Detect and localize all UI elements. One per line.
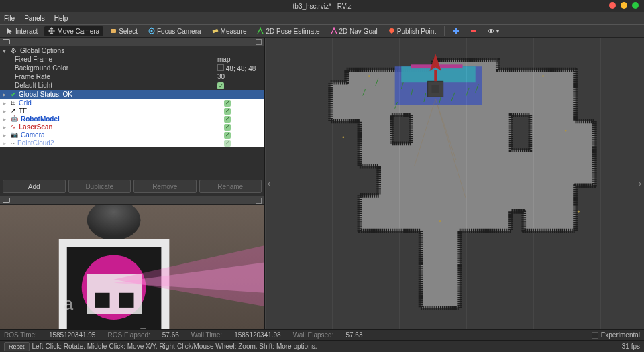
chevron-left-icon[interactable]: ‹ [268,179,270,188]
publish-point-icon [388,27,395,34]
eye-icon [488,27,494,34]
ros-elapsed-label: ROS Elapsed: [107,331,150,339]
select-icon [110,27,117,34]
window-title: tb3_hsc.rviz* - RViz [293,3,352,10]
viewport-nav-left: ‹ [268,179,270,188]
svg-text:a: a [64,294,74,314]
prop-default-light[interactable]: Default Light [0,81,264,90]
window-controls [609,2,639,9]
checkbox-checked-icon[interactable] [224,116,231,123]
rename-button[interactable]: Rename [199,180,262,193]
display-buttons: Add Duplicate Remove Rename [0,177,264,196]
collapse-icon[interactable]: ▾ [3,47,8,54]
displays-panel: ▾ ⚙ Global Options Fixed Frame map Backg… [0,38,264,196]
add-button[interactable]: Add [3,180,66,193]
tool-add-display[interactable] [449,26,464,36]
svg-rect-15 [95,293,110,308]
chevron-down-icon: ▾ [496,28,499,34]
checkbox-checked-icon[interactable] [224,100,231,107]
svg-rect-4 [212,29,218,33]
camera-panel-header[interactable] [0,196,264,205]
tool-measure[interactable]: Measure [208,26,251,36]
svg-text:_: _ [140,318,146,329]
close-window-button[interactable] [609,2,616,9]
wall-elapsed-value: 57.63 [345,331,362,339]
plus-icon [453,27,460,34]
tool-publish-point[interactable]: Publish Point [384,26,440,36]
display-item-laserscan[interactable]: ▸∿ LaserScan [0,123,264,131]
experimental-toggle[interactable]: Experimental [592,331,640,339]
minus-icon [470,27,477,34]
prop-fixed-frame[interactable]: Fixed Frame map [0,55,264,64]
prop-background-color[interactable]: Background Color 48; 48; 48 [0,64,264,72]
statusbar: ROS Time: 1585120341.95 ROS Elapsed: 57.… [0,329,644,340]
minimize-window-button[interactable] [621,2,627,9]
hint-text: Left-Click: Rotate. Middle-Click: Move X… [32,343,317,350]
remove-button[interactable]: Remove [133,180,197,193]
svg-rect-16 [119,293,134,308]
panel-icon [3,198,10,203]
tool-interact[interactable]: Interact [3,26,42,36]
svg-rect-1 [111,29,116,33]
panel-undock-icon[interactable] [256,39,262,45]
tool-2d-nav-goal[interactable]: 2D Nav Goal [327,26,382,36]
left-pane: ▾ ⚙ Global Options Fixed Frame map Backg… [0,38,265,329]
measure-icon [212,27,219,34]
toolbar: Interact Move Camera Select Focus Camera… [0,24,644,38]
tree-global-options[interactable]: ▾ ⚙ Global Options [0,46,264,55]
checkbox-unchecked-icon[interactable] [592,332,598,339]
tool-view-dropdown[interactable]: ▾ [484,26,503,36]
wall-time-label: Wall Time: [191,331,222,339]
tool-remove-display[interactable] [466,26,481,36]
pose-estimate-icon [257,27,264,34]
menu-file[interactable]: File [4,15,15,22]
checkbox-checked-icon[interactable] [224,132,231,139]
ros-time-value: 1585120341.95 [49,331,96,339]
menu-panels[interactable]: Panels [24,15,45,22]
titlebar: tb3_hsc.rviz* - RViz [0,0,644,12]
svg-point-7 [490,30,492,32]
panel-undock-icon[interactable] [256,198,262,204]
cursor-icon [7,27,13,34]
tree-global-status[interactable]: ▸ ✔ Global Status: OK [0,90,264,99]
expand-icon[interactable]: ▸ [3,91,8,98]
grid-background [265,38,644,329]
panel-icon [3,39,10,44]
tool-focus-camera[interactable]: Focus Camera [144,26,205,36]
property-tree[interactable]: ▾ ⚙ Global Options Fixed Frame map Backg… [0,46,264,99]
fps-value: 31 fps [622,343,640,350]
move-camera-icon [48,27,55,34]
display-item-camera[interactable]: ▸📷 Camera [0,131,264,139]
prop-frame-rate[interactable]: Frame Rate 30 [0,72,264,81]
wall-time-value: 1585120341.98 [234,331,281,339]
menubar: File Panels Help [0,12,644,24]
workspace: ▾ ⚙ Global Options Fixed Frame map Backg… [0,38,644,329]
displays-panel-header[interactable] [0,38,264,46]
checkbox-checked-icon[interactable] [224,140,231,147]
maximize-window-button[interactable] [632,2,639,9]
viewport-3d[interactable]: ‹ › [265,38,644,329]
svg-rect-5 [471,30,476,32]
display-item-grid[interactable]: ▸⊞ Grid [0,99,264,107]
tree-spacer [0,147,264,177]
tool-2d-pose-estimate[interactable]: 2D Pose Estimate [253,26,323,36]
display-item-tf[interactable]: ▸↗ TF [0,107,264,115]
tool-select[interactable]: Select [106,26,142,36]
nav-goal-icon [331,27,337,34]
menu-help[interactable]: Help [54,15,68,22]
tool-move-camera[interactable]: Move Camera [44,26,103,36]
checkbox-checked-icon[interactable] [217,82,224,89]
svg-point-3 [150,30,152,32]
ros-elapsed-value: 57.66 [162,331,179,339]
chevron-right-icon[interactable]: › [639,179,641,188]
checkbox-checked-icon[interactable] [224,124,231,131]
display-items-list[interactable]: ▸⊞ Grid ▸↗ TF ▸🤖 RobotModel ▸∿ LaserScan [0,99,264,147]
display-item-robotmodel[interactable]: ▸🤖 RobotModel [0,115,264,123]
reset-button[interactable]: Reset [4,342,30,351]
focus-camera-icon [148,27,155,34]
toolbar-separator [444,26,445,36]
duplicate-button[interactable]: Duplicate [68,180,131,193]
display-item-pointcloud2[interactable]: ▸∴ PointCloud2 [0,139,264,147]
checkbox-checked-icon[interactable] [224,108,231,115]
svg-marker-0 [7,28,12,34]
